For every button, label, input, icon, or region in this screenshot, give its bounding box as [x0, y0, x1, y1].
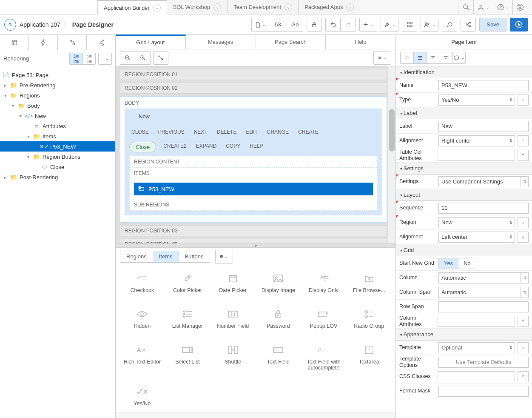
gallery-item-file-browse-[interactable]: File Browse...	[347, 273, 390, 293]
gallery-menu-button[interactable]: ≡⌄	[215, 250, 233, 263]
dynamic-actions-tab[interactable]	[29, 35, 58, 50]
gallery-item-date-picker[interactable]: Date Picker	[211, 273, 254, 293]
slot-region-content[interactable]: REGION CONTENT	[130, 156, 377, 168]
list-icon[interactable]: ≡	[518, 135, 529, 146]
team-dev-button[interactable]: ⌄	[421, 18, 438, 31]
page-selector-button[interactable]: ⌄	[251, 18, 269, 31]
chevron-down-icon[interactable]: ⌄	[284, 3, 292, 11]
gallery-item-text-field[interactable]: Text Field	[257, 344, 300, 371]
section-grid[interactable]: Grid	[396, 244, 532, 256]
admin-icon[interactable]: ⌄	[473, 0, 493, 14]
gallery-item-display-image[interactable]: Display Image	[257, 273, 300, 293]
slot-sub-regions[interactable]: SUB REGIONS	[130, 199, 377, 210]
section-label[interactable]: Label	[396, 107, 532, 119]
expand-icon[interactable]: ^	[518, 316, 529, 327]
section-appearance[interactable]: Appearance	[396, 329, 532, 341]
zoom-out-button[interactable]	[120, 51, 135, 65]
utilities-button[interactable]: ⌄	[381, 18, 398, 31]
processing-tab[interactable]	[58, 35, 87, 50]
gallery-item-popup-lov[interactable]: Popup LOV	[302, 309, 345, 329]
run-button[interactable]	[510, 18, 528, 31]
prop-row-span-input[interactable]	[438, 301, 529, 312]
prop-template-select[interactable]: Optional⇅	[438, 342, 515, 353]
tree-items[interactable]: ▾📁Items	[0, 131, 115, 141]
gallery-item-shuttle[interactable]: Shuttle	[211, 344, 254, 371]
slot-region-position-02[interactable]: REGION POSITION 02	[120, 83, 387, 94]
slot-region-position-03[interactable]: REGION POSITION 03	[120, 225, 387, 236]
slot-create2[interactable]: CREATE2	[161, 142, 188, 152]
tree-pre-rendering[interactable]: ▸📁Pre-Rendering	[0, 80, 115, 90]
prop-alignment-select[interactable]: Right center⇅	[438, 135, 515, 146]
gallery-item-rich-text-editor[interactable]: AARich Text Editor	[121, 344, 164, 371]
show-all-button[interactable]	[413, 52, 426, 63]
expand-icon[interactable]: ^	[518, 371, 529, 382]
tab-team-dev[interactable]: Team Development⌄	[228, 0, 299, 14]
prop-layout-alignment-select[interactable]: Left center⇅	[438, 232, 515, 243]
breadcrumb-app[interactable]: Application 107	[20, 21, 60, 28]
tab-packaged-apps[interactable]: Packaged Apps⌄	[299, 0, 360, 14]
gallery-item-text-field-with-autocomplete[interactable]: A···Text Field with autocomplete	[302, 344, 345, 371]
search-icon[interactable]	[458, 0, 473, 14]
sort-processing-button[interactable]: 1≡2≡	[70, 53, 83, 64]
quick-pick-button[interactable]: ⌄	[452, 52, 465, 63]
gallery-item-display-only[interactable]: ADisplay Only	[302, 273, 345, 293]
go-button[interactable]: Go	[287, 18, 303, 31]
share-button[interactable]	[461, 18, 476, 31]
go-icon[interactable]: ›	[518, 217, 529, 228]
slot-previous[interactable]: PREVIOUS	[156, 128, 187, 136]
layout-menu-button[interactable]: ≡⌄	[373, 51, 391, 65]
slot-create[interactable]: CREATE	[296, 128, 321, 136]
slot-expand[interactable]: EXPAND	[194, 142, 219, 152]
prop-template-options-button[interactable]: Use Template Defaults	[438, 357, 529, 368]
expand-all-button[interactable]	[439, 52, 452, 63]
gallery-item-color-picker[interactable]: Color Picker	[166, 273, 209, 293]
slot-region-position-05[interactable]: REGION POSITION 05	[120, 239, 387, 243]
gallery-item-select-list[interactable]: Select List	[166, 344, 209, 371]
slot-copy[interactable]: COPY	[224, 142, 242, 152]
slot-region-position-01[interactable]: REGION POSITION 01	[120, 69, 387, 80]
prop-name-input[interactable]	[438, 80, 529, 91]
sort-component-button[interactable]: ○≡○≡	[83, 53, 95, 64]
tree-post-rendering[interactable]: ▸📁Post-Rendering	[0, 172, 115, 182]
prop-start-new-grid-toggle[interactable]: YesNo	[438, 258, 476, 269]
prop-column-span-select[interactable]: Automatic⇅	[438, 287, 529, 298]
slot-next[interactable]: NEXT	[192, 128, 210, 136]
gallery-item-number-field[interactable]: 1 INumber Field	[211, 309, 254, 329]
gallery-item-list-manager[interactable]: List Manager	[166, 309, 209, 329]
lock-button[interactable]	[307, 18, 322, 31]
tree-attributes[interactable]: ≡Attributes	[0, 121, 115, 131]
shared-components-button[interactable]	[402, 18, 417, 31]
button-close[interactable]: Close	[129, 142, 156, 152]
prop-tca-input[interactable]	[438, 150, 515, 161]
prop-sequence-input[interactable]	[438, 203, 529, 214]
create-button[interactable]: +⌄	[359, 18, 377, 31]
undo-button[interactable]	[325, 18, 341, 31]
prop-css-input[interactable]	[438, 371, 515, 382]
redo-button[interactable]	[341, 18, 356, 31]
prop-label-input[interactable]	[438, 121, 529, 132]
tree-regions[interactable]: ▾📁Regions	[0, 90, 115, 100]
list-icon[interactable]: ≡	[518, 232, 529, 243]
chevron-down-icon[interactable]: ⌄	[153, 4, 161, 11]
page-number-input[interactable]: 53	[269, 18, 287, 31]
tab-sql-workshop[interactable]: SQL Workshop⌄	[167, 0, 228, 14]
prop-column-select[interactable]: Automatic⇅	[438, 272, 529, 283]
gallery-h-scrollbar[interactable]	[116, 412, 395, 418]
slot-items[interactable]: ITEMS	[130, 168, 377, 179]
expand-icon[interactable]: ^	[518, 150, 529, 161]
collapse-all-button[interactable]	[426, 52, 439, 63]
slot-change[interactable]: CHANGE	[265, 128, 291, 136]
comments-button[interactable]	[442, 18, 457, 31]
chevron-down-icon[interactable]: ⌄	[346, 3, 354, 11]
tab-app-builder[interactable]: Application Builder⌄	[98, 0, 167, 14]
gallery-item-textarea[interactable]: Textarea	[347, 344, 390, 371]
gallery-tab-buttons[interactable]: Buttons	[179, 251, 210, 262]
gallery-item-checkbox[interactable]: Checkbox	[121, 273, 164, 293]
up-icon[interactable]	[4, 19, 16, 31]
item-p53new[interactable]: P53_NEW	[134, 183, 373, 195]
gallery-item-password[interactable]: Password	[257, 309, 300, 329]
help-icon[interactable]: ⌄	[493, 0, 512, 14]
slot-close[interactable]: CLOSE	[129, 128, 151, 136]
tree-region-buttons[interactable]: ▾📁Region Buttons	[0, 152, 115, 162]
region-new[interactable]: New CLOSE PREVIOUS NEXT DELETE EDIT CHAN…	[125, 109, 382, 215]
